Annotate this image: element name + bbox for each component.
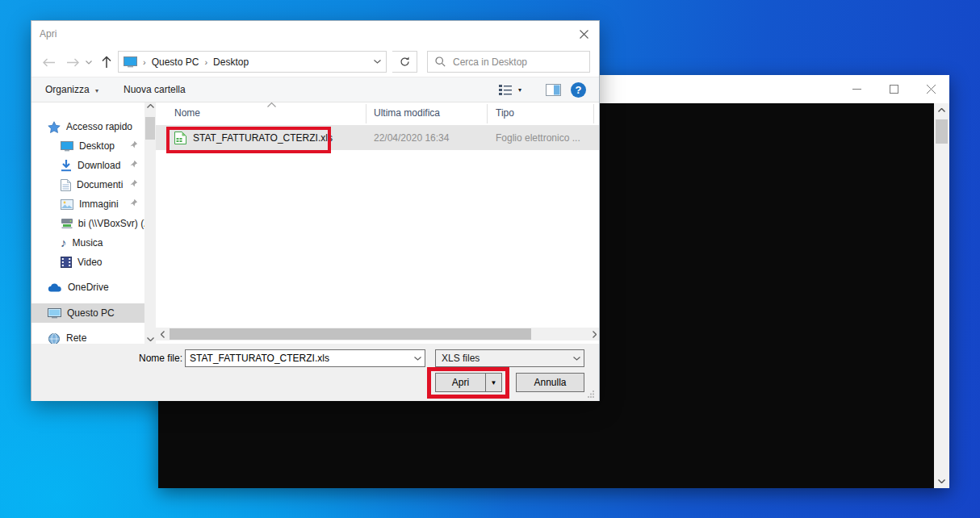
dialog-main-area: Accesso rapido Desktop Download Document… (31, 102, 599, 344)
spreadsheet-file-icon (174, 132, 186, 144)
this-pc-icon (48, 307, 61, 319)
new-folder-button[interactable]: Nuova cartella (124, 77, 186, 102)
sidebar-item-documents[interactable]: Documenti (31, 175, 144, 194)
sidebar-item-onedrive[interactable]: OneDrive (31, 278, 144, 297)
scroll-down-arrow-icon[interactable] (934, 474, 949, 488)
sidebar-item-download[interactable]: Download (31, 156, 144, 175)
scroll-up-arrow-icon[interactable] (144, 104, 156, 108)
music-note-icon: ♪ (61, 236, 67, 249)
document-icon (61, 179, 71, 191)
sidebar-scrollbar-thumb[interactable] (145, 117, 155, 140)
up-button[interactable] (96, 52, 117, 73)
background-window-vscrollbar[interactable] (934, 103, 949, 488)
film-icon (61, 257, 72, 268)
sidebar-item-network[interactable]: Rete (31, 328, 144, 344)
sidebar-item-pictures[interactable]: Immagini (31, 194, 144, 214)
search-input[interactable] (453, 56, 574, 68)
column-header-name[interactable]: Nome (174, 107, 200, 119)
list-view-icon (498, 83, 513, 96)
sidebar-item-this-pc[interactable]: Questo PC (31, 303, 144, 323)
filename-combobox[interactable] (185, 349, 425, 367)
address-bar[interactable]: › Questo PC › Desktop (118, 51, 387, 73)
filetype-value: XLS files (436, 353, 569, 364)
column-header-type[interactable]: Tipo (496, 107, 514, 119)
onedrive-cloud-icon (48, 282, 62, 292)
chevron-down-icon (86, 61, 92, 65)
file-modified: 22/04/2020 16:34 (374, 132, 449, 144)
open-button[interactable]: Apri ▼ (435, 373, 502, 392)
sidebar-item-music[interactable]: ♪ Musica (31, 233, 144, 253)
breadcrumb-this-pc[interactable]: Questo PC (152, 56, 199, 68)
close-icon (927, 85, 936, 94)
organize-menu-button[interactable]: Organizza ▾ (45, 77, 98, 102)
navigation-bar: › Questo PC › Desktop (31, 48, 599, 77)
file-name: STAT_FATTURATO_CTERZI.xls (193, 132, 333, 144)
network-globe-icon (48, 332, 61, 344)
scroll-right-arrow-icon[interactable] (588, 328, 599, 340)
quick-access-star-icon (48, 121, 61, 133)
scroll-left-arrow-icon[interactable] (156, 328, 169, 340)
back-arrow-icon (42, 58, 56, 67)
minimize-button[interactable] (838, 75, 875, 103)
resize-grip-icon[interactable] (588, 391, 595, 398)
file-list: Nome Ultima modifica Tipo STAT_FATTURATO… (156, 102, 599, 344)
new-folder-label: Nuova cartella (124, 84, 186, 95)
sidebar-item-videos[interactable]: Video (31, 253, 144, 272)
refresh-button[interactable] (392, 51, 417, 73)
close-button[interactable] (912, 75, 949, 103)
filetype-dropdown-button[interactable] (569, 350, 584, 366)
preview-pane-button[interactable] (546, 77, 561, 102)
file-list-header: Nome Ultima modifica Tipo (156, 102, 599, 124)
scroll-up-arrow-icon[interactable] (934, 103, 949, 117)
cancel-button-label: Annulla (534, 377, 566, 388)
network-drive-icon (61, 218, 73, 229)
breadcrumb-separator: › (203, 57, 209, 67)
search-icon (435, 56, 446, 67)
dialog-close-button[interactable] (572, 23, 596, 46)
this-pc-icon (124, 56, 137, 68)
filetype-combobox[interactable]: XLS files (435, 349, 584, 367)
file-list-hscrollbar[interactable] (156, 328, 599, 340)
column-divider[interactable] (487, 104, 488, 123)
maximize-icon (890, 85, 898, 94)
column-divider[interactable] (366, 104, 366, 123)
dialog-title: Apri (40, 21, 57, 48)
recent-locations-button[interactable] (82, 52, 96, 73)
pin-icon (130, 179, 138, 187)
column-divider[interactable] (593, 104, 594, 123)
chevron-down-icon (374, 60, 381, 64)
scroll-down-arrow-icon[interactable] (144, 337, 156, 341)
open-split-dropdown[interactable]: ▼ (485, 374, 501, 391)
column-header-modified[interactable]: Ultima modifica (374, 107, 440, 119)
filename-input[interactable] (186, 353, 410, 364)
desktop-icon (61, 141, 73, 152)
download-icon (61, 160, 72, 172)
vscrollbar-thumb[interactable] (936, 119, 948, 144)
up-arrow-icon (102, 56, 111, 69)
sidebar-item-network-drive[interactable]: bi (\\VBoxSvr) (Z (31, 214, 144, 233)
file-row[interactable]: STAT_FATTURATO_CTERZI.xls 22/04/2020 16:… (156, 125, 599, 150)
back-button[interactable] (38, 52, 59, 73)
pin-icon (130, 140, 138, 148)
file-type: Foglio elettronico ... (496, 132, 580, 144)
hscrollbar-thumb[interactable] (170, 328, 531, 340)
maximize-button[interactable] (875, 75, 912, 103)
sort-ascending-icon (267, 102, 276, 107)
close-icon (580, 30, 588, 39)
forward-button[interactable] (62, 52, 83, 73)
organize-label: Organizza (45, 84, 90, 95)
search-box[interactable] (427, 51, 590, 73)
pin-icon (130, 160, 138, 168)
desktop: { "annotations": { "highlight_color": "#… (0, 0, 980, 518)
filename-dropdown-button[interactable] (410, 350, 425, 366)
sidebar-scrollbar[interactable] (144, 102, 156, 344)
dialog-footer: Nome file: XLS files Apri ▼ Annulla (31, 344, 599, 401)
breadcrumb-desktop[interactable]: Desktop (213, 56, 249, 68)
address-dropdown-button[interactable] (368, 52, 386, 72)
pin-icon (130, 198, 138, 207)
sidebar-item-quick-access[interactable]: Accesso rapido (31, 117, 144, 136)
cancel-button[interactable]: Annulla (516, 373, 584, 392)
sidebar-item-desktop[interactable]: Desktop (31, 136, 144, 156)
change-view-button[interactable]: ▾ (498, 77, 521, 102)
help-button[interactable]: ? (571, 77, 586, 102)
